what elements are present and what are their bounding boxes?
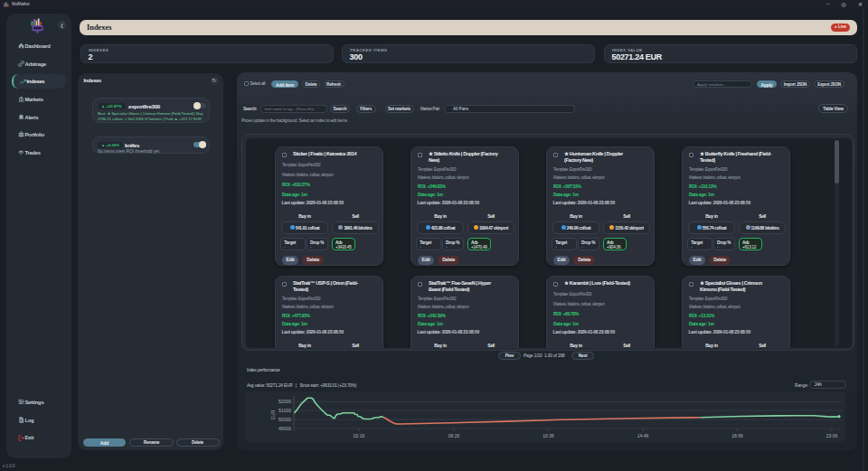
svg-text:10:36: 10:36 <box>542 433 554 438</box>
svg-text:18:56: 18:56 <box>731 433 743 438</box>
svg-text:23:06: 23:06 <box>826 433 838 438</box>
svg-text:EUR: EUR <box>270 410 276 419</box>
svg-text:49000: 49000 <box>278 426 291 431</box>
svg-text:02:16: 02:16 <box>354 433 365 438</box>
svg-text:14:46: 14:46 <box>637 433 649 438</box>
svg-text:51000: 51000 <box>278 408 291 413</box>
svg-text:50000: 50000 <box>278 417 291 422</box>
svg-text:06:26: 06:26 <box>448 433 460 438</box>
svg-text:52000: 52000 <box>278 399 291 404</box>
